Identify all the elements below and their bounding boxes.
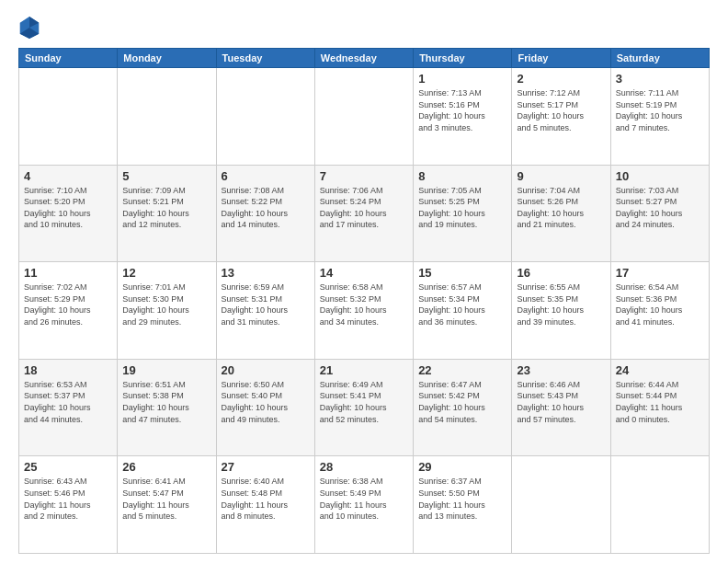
day-info: Sunrise: 7:03 AM Sunset: 5:27 PM Dayligh…	[616, 185, 704, 231]
weekday-header-thursday: Thursday	[414, 49, 512, 68]
calendar-cell	[512, 456, 610, 554]
day-number: 28	[320, 460, 408, 474]
calendar-cell: 3Sunrise: 7:11 AM Sunset: 5:19 PM Daylig…	[610, 68, 709, 166]
day-number: 7	[320, 169, 408, 183]
calendar-cell	[610, 456, 709, 554]
logo-icon	[18, 15, 40, 40]
logo	[18, 15, 44, 40]
day-number: 26	[122, 460, 210, 474]
weekday-header-tuesday: Tuesday	[216, 49, 314, 68]
calendar-cell: 19Sunrise: 6:51 AM Sunset: 5:38 PM Dayli…	[118, 359, 216, 456]
calendar-cell	[216, 68, 314, 166]
calendar-cell: 18Sunrise: 6:53 AM Sunset: 5:37 PM Dayli…	[19, 359, 118, 456]
day-info: Sunrise: 6:49 AM Sunset: 5:41 PM Dayligh…	[320, 379, 408, 425]
day-info: Sunrise: 6:46 AM Sunset: 5:43 PM Dayligh…	[517, 379, 605, 425]
day-info: Sunrise: 7:02 AM Sunset: 5:29 PM Dayligh…	[24, 282, 112, 327]
day-number: 2	[517, 72, 605, 86]
calendar-cell: 21Sunrise: 6:49 AM Sunset: 5:41 PM Dayli…	[314, 359, 413, 456]
day-info: Sunrise: 6:55 AM Sunset: 5:35 PM Dayligh…	[517, 282, 605, 327]
weekday-header-wednesday: Wednesday	[314, 49, 413, 68]
calendar-cell: 26Sunrise: 6:41 AM Sunset: 5:47 PM Dayli…	[118, 456, 216, 554]
day-number: 3	[616, 72, 704, 86]
day-number: 21	[320, 363, 408, 377]
calendar-cell: 17Sunrise: 6:54 AM Sunset: 5:36 PM Dayli…	[610, 262, 709, 360]
calendar-cell: 22Sunrise: 6:47 AM Sunset: 5:42 PM Dayli…	[414, 359, 512, 456]
day-number: 5	[122, 169, 210, 183]
day-info: Sunrise: 6:40 AM Sunset: 5:48 PM Dayligh…	[222, 476, 310, 522]
page: SundayMondayTuesdayWednesdayThursdayFrid…	[0, 0, 728, 563]
calendar-cell: 12Sunrise: 7:01 AM Sunset: 5:30 PM Dayli…	[118, 262, 216, 360]
day-number: 11	[24, 266, 112, 280]
day-number: 24	[616, 363, 704, 377]
day-info: Sunrise: 6:41 AM Sunset: 5:47 PM Dayligh…	[122, 476, 210, 522]
day-info: Sunrise: 7:05 AM Sunset: 5:25 PM Dayligh…	[418, 185, 506, 231]
calendar-cell: 23Sunrise: 6:46 AM Sunset: 5:43 PM Dayli…	[512, 359, 610, 456]
calendar-cell: 25Sunrise: 6:43 AM Sunset: 5:46 PM Dayli…	[19, 456, 118, 554]
calendar-cell: 5Sunrise: 7:09 AM Sunset: 5:21 PM Daylig…	[118, 165, 216, 262]
calendar-cell: 10Sunrise: 7:03 AM Sunset: 5:27 PM Dayli…	[610, 165, 709, 262]
day-info: Sunrise: 6:54 AM Sunset: 5:36 PM Dayligh…	[616, 282, 704, 327]
calendar-cell: 4Sunrise: 7:10 AM Sunset: 5:20 PM Daylig…	[19, 165, 118, 262]
day-info: Sunrise: 7:04 AM Sunset: 5:26 PM Dayligh…	[517, 185, 605, 231]
calendar-cell: 13Sunrise: 6:59 AM Sunset: 5:31 PM Dayli…	[216, 262, 314, 360]
weekday-header-monday: Monday	[118, 49, 216, 68]
day-number: 13	[222, 266, 310, 280]
day-info: Sunrise: 6:51 AM Sunset: 5:38 PM Dayligh…	[122, 379, 210, 425]
day-info: Sunrise: 6:47 AM Sunset: 5:42 PM Dayligh…	[418, 379, 506, 425]
calendar-cell: 6Sunrise: 7:08 AM Sunset: 5:22 PM Daylig…	[216, 165, 314, 262]
day-number: 23	[517, 363, 605, 377]
day-info: Sunrise: 6:59 AM Sunset: 5:31 PM Dayligh…	[222, 282, 310, 327]
calendar-cell: 24Sunrise: 6:44 AM Sunset: 5:44 PM Dayli…	[610, 359, 709, 456]
calendar-cell: 15Sunrise: 6:57 AM Sunset: 5:34 PM Dayli…	[414, 262, 512, 360]
calendar-week-4: 18Sunrise: 6:53 AM Sunset: 5:37 PM Dayli…	[19, 359, 710, 456]
day-number: 14	[320, 266, 408, 280]
day-info: Sunrise: 7:12 AM Sunset: 5:17 PM Dayligh…	[517, 87, 605, 133]
weekday-header-row: SundayMondayTuesdayWednesdayThursdayFrid…	[19, 49, 710, 68]
day-number: 22	[418, 363, 506, 377]
weekday-header-friday: Friday	[512, 49, 610, 68]
day-number: 27	[222, 460, 310, 474]
calendar-week-2: 4Sunrise: 7:10 AM Sunset: 5:20 PM Daylig…	[19, 165, 710, 262]
day-info: Sunrise: 7:08 AM Sunset: 5:22 PM Dayligh…	[222, 185, 310, 231]
day-info: Sunrise: 6:38 AM Sunset: 5:49 PM Dayligh…	[320, 476, 408, 522]
calendar-cell: 1Sunrise: 7:13 AM Sunset: 5:16 PM Daylig…	[414, 68, 512, 166]
calendar-cell: 7Sunrise: 7:06 AM Sunset: 5:24 PM Daylig…	[314, 165, 413, 262]
calendar-cell: 27Sunrise: 6:40 AM Sunset: 5:48 PM Dayli…	[216, 456, 314, 554]
day-number: 20	[222, 363, 310, 377]
day-number: 9	[517, 169, 605, 183]
calendar-cell	[19, 68, 118, 166]
day-number: 17	[616, 266, 704, 280]
day-number: 25	[24, 460, 112, 474]
calendar-cell: 2Sunrise: 7:12 AM Sunset: 5:17 PM Daylig…	[512, 68, 610, 166]
day-info: Sunrise: 6:57 AM Sunset: 5:34 PM Dayligh…	[418, 282, 506, 327]
day-number: 8	[418, 169, 506, 183]
calendar-cell: 8Sunrise: 7:05 AM Sunset: 5:25 PM Daylig…	[414, 165, 512, 262]
calendar-cell: 14Sunrise: 6:58 AM Sunset: 5:32 PM Dayli…	[314, 262, 413, 360]
calendar-cell: 16Sunrise: 6:55 AM Sunset: 5:35 PM Dayli…	[512, 262, 610, 360]
day-number: 19	[122, 363, 210, 377]
day-info: Sunrise: 6:44 AM Sunset: 5:44 PM Dayligh…	[616, 379, 704, 425]
day-number: 1	[418, 72, 506, 86]
calendar-week-1: 1Sunrise: 7:13 AM Sunset: 5:16 PM Daylig…	[19, 68, 710, 166]
day-info: Sunrise: 7:11 AM Sunset: 5:19 PM Dayligh…	[616, 87, 704, 133]
day-number: 29	[418, 460, 506, 474]
calendar-cell: 20Sunrise: 6:50 AM Sunset: 5:40 PM Dayli…	[216, 359, 314, 456]
day-number: 12	[122, 266, 210, 280]
calendar-week-5: 25Sunrise: 6:43 AM Sunset: 5:46 PM Dayli…	[19, 456, 710, 554]
day-number: 16	[517, 266, 605, 280]
calendar-cell	[314, 68, 413, 166]
day-info: Sunrise: 6:50 AM Sunset: 5:40 PM Dayligh…	[222, 379, 310, 425]
day-info: Sunrise: 7:01 AM Sunset: 5:30 PM Dayligh…	[122, 282, 210, 327]
day-number: 18	[24, 363, 112, 377]
day-number: 4	[24, 169, 112, 183]
day-number: 15	[418, 266, 506, 280]
calendar-table: SundayMondayTuesdayWednesdayThursdayFrid…	[18, 48, 710, 554]
calendar-cell: 9Sunrise: 7:04 AM Sunset: 5:26 PM Daylig…	[512, 165, 610, 262]
day-info: Sunrise: 7:10 AM Sunset: 5:20 PM Dayligh…	[24, 185, 112, 231]
day-info: Sunrise: 7:06 AM Sunset: 5:24 PM Dayligh…	[320, 185, 408, 231]
day-info: Sunrise: 6:53 AM Sunset: 5:37 PM Dayligh…	[24, 379, 112, 425]
day-info: Sunrise: 6:58 AM Sunset: 5:32 PM Dayligh…	[320, 282, 408, 327]
day-number: 6	[222, 169, 310, 183]
calendar-week-3: 11Sunrise: 7:02 AM Sunset: 5:29 PM Dayli…	[19, 262, 710, 360]
day-info: Sunrise: 6:37 AM Sunset: 5:50 PM Dayligh…	[418, 476, 506, 522]
